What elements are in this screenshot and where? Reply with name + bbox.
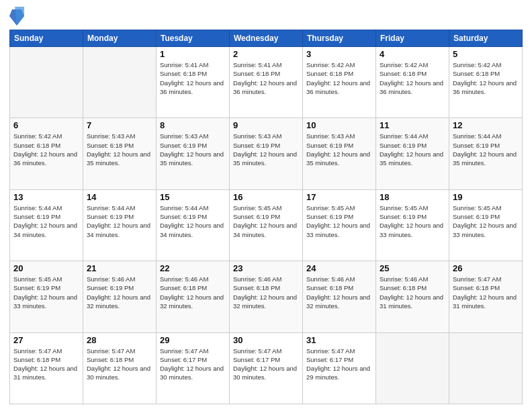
day-info: Sunrise: 5:41 AMSunset: 6:18 PMDaylight:… <box>160 60 226 96</box>
day-number: 14 <box>87 192 152 202</box>
day-info: Sunrise: 5:46 AMSunset: 6:18 PMDaylight:… <box>233 275 299 310</box>
day-info: Sunrise: 5:44 AMSunset: 6:19 PMDaylight:… <box>13 203 79 239</box>
day-cell: 16Sunrise: 5:45 AMSunset: 6:19 PMDayligh… <box>230 189 303 261</box>
day-info: Sunrise: 5:42 AMSunset: 6:18 PMDaylight:… <box>453 60 519 96</box>
logo-icon <box>9 7 24 26</box>
day-info: Sunrise: 5:44 AMSunset: 6:19 PMDaylight:… <box>453 132 519 167</box>
day-cell: 6Sunrise: 5:42 AMSunset: 6:18 PMDaylight… <box>10 118 83 189</box>
day-cell: 4Sunrise: 5:42 AMSunset: 6:18 PMDaylight… <box>376 47 449 118</box>
week-row-3: 13Sunrise: 5:44 AMSunset: 6:19 PMDayligh… <box>10 189 523 261</box>
day-number: 28 <box>87 335 152 345</box>
calendar: SundayMondayTuesdayWednesdayThursdayFrid… <box>9 30 523 404</box>
day-cell: 14Sunrise: 5:44 AMSunset: 6:19 PMDayligh… <box>83 189 157 261</box>
day-number: 20 <box>13 263 79 273</box>
day-number: 4 <box>380 49 445 59</box>
day-info: Sunrise: 5:41 AMSunset: 6:18 PMDaylight:… <box>233 60 299 96</box>
day-cell: 18Sunrise: 5:45 AMSunset: 6:19 PMDayligh… <box>376 189 449 261</box>
day-info: Sunrise: 5:45 AMSunset: 6:19 PMDaylight:… <box>306 203 372 239</box>
day-cell: 20Sunrise: 5:45 AMSunset: 6:19 PMDayligh… <box>10 261 83 332</box>
day-cell: 15Sunrise: 5:44 AMSunset: 6:19 PMDayligh… <box>157 189 230 261</box>
day-info: Sunrise: 5:42 AMSunset: 6:18 PMDaylight:… <box>380 60 445 96</box>
day-info: Sunrise: 5:46 AMSunset: 6:18 PMDaylight:… <box>380 275 445 310</box>
day-info: Sunrise: 5:44 AMSunset: 6:19 PMDaylight:… <box>160 203 226 239</box>
week-row-4: 20Sunrise: 5:45 AMSunset: 6:19 PMDayligh… <box>10 261 523 332</box>
day-cell: 27Sunrise: 5:47 AMSunset: 6:18 PMDayligh… <box>10 332 83 404</box>
day-number: 24 <box>306 263 372 273</box>
day-number: 3 <box>306 49 372 59</box>
day-info: Sunrise: 5:42 AMSunset: 6:18 PMDaylight:… <box>13 132 79 167</box>
day-cell: 7Sunrise: 5:43 AMSunset: 6:18 PMDaylight… <box>83 118 157 189</box>
day-cell <box>449 332 523 404</box>
day-info: Sunrise: 5:43 AMSunset: 6:19 PMDaylight:… <box>233 132 299 167</box>
day-info: Sunrise: 5:45 AMSunset: 6:19 PMDaylight:… <box>380 203 445 239</box>
day-info: Sunrise: 5:42 AMSunset: 6:18 PMDaylight:… <box>306 60 372 96</box>
day-number: 22 <box>160 263 226 273</box>
day-cell: 31Sunrise: 5:47 AMSunset: 6:17 PMDayligh… <box>303 332 376 404</box>
day-number: 1 <box>160 49 226 59</box>
day-cell: 17Sunrise: 5:45 AMSunset: 6:19 PMDayligh… <box>303 189 376 261</box>
day-number: 27 <box>13 335 79 345</box>
day-cell: 2Sunrise: 5:41 AMSunset: 6:18 PMDaylight… <box>230 47 303 118</box>
day-number: 9 <box>233 120 299 130</box>
day-cell: 19Sunrise: 5:45 AMSunset: 6:19 PMDayligh… <box>449 189 523 261</box>
day-cell: 30Sunrise: 5:47 AMSunset: 6:17 PMDayligh… <box>230 332 303 404</box>
day-cell: 28Sunrise: 5:47 AMSunset: 6:18 PMDayligh… <box>83 332 157 404</box>
weekday-monday: Monday <box>83 30 157 47</box>
day-info: Sunrise: 5:47 AMSunset: 6:17 PMDaylight:… <box>233 347 299 382</box>
day-number: 15 <box>160 192 226 202</box>
day-cell <box>376 332 449 404</box>
weekday-tuesday: Tuesday <box>157 30 230 47</box>
day-cell: 25Sunrise: 5:46 AMSunset: 6:18 PMDayligh… <box>376 261 449 332</box>
day-number: 8 <box>160 120 226 130</box>
day-cell <box>10 47 83 118</box>
day-number: 2 <box>233 49 299 59</box>
day-number: 19 <box>453 192 519 202</box>
day-number: 16 <box>233 192 299 202</box>
day-cell: 11Sunrise: 5:44 AMSunset: 6:19 PMDayligh… <box>376 118 449 189</box>
day-info: Sunrise: 5:47 AMSunset: 6:18 PMDaylight:… <box>87 347 152 382</box>
day-info: Sunrise: 5:45 AMSunset: 6:19 PMDaylight:… <box>13 275 79 310</box>
day-number: 10 <box>306 120 372 130</box>
weekday-saturday: Saturday <box>449 30 523 47</box>
day-info: Sunrise: 5:46 AMSunset: 6:18 PMDaylight:… <box>306 275 372 310</box>
day-info: Sunrise: 5:47 AMSunset: 6:18 PMDaylight:… <box>453 275 519 310</box>
day-cell: 1Sunrise: 5:41 AMSunset: 6:18 PMDaylight… <box>157 47 230 118</box>
day-cell: 3Sunrise: 5:42 AMSunset: 6:18 PMDaylight… <box>303 47 376 118</box>
day-number: 21 <box>87 263 152 273</box>
day-cell: 5Sunrise: 5:42 AMSunset: 6:18 PMDaylight… <box>449 47 523 118</box>
day-info: Sunrise: 5:44 AMSunset: 6:19 PMDaylight:… <box>380 132 445 167</box>
day-cell: 8Sunrise: 5:43 AMSunset: 6:19 PMDaylight… <box>157 118 230 189</box>
day-number: 23 <box>233 263 299 273</box>
day-cell: 26Sunrise: 5:47 AMSunset: 6:18 PMDayligh… <box>449 261 523 332</box>
day-number: 25 <box>380 263 445 273</box>
day-number: 18 <box>380 192 445 202</box>
day-cell <box>83 47 157 118</box>
day-number: 29 <box>160 335 226 345</box>
day-cell: 29Sunrise: 5:47 AMSunset: 6:17 PMDayligh… <box>157 332 230 404</box>
day-number: 5 <box>453 49 519 59</box>
day-info: Sunrise: 5:45 AMSunset: 6:19 PMDaylight:… <box>233 203 299 239</box>
week-row-1: 1Sunrise: 5:41 AMSunset: 6:18 PMDaylight… <box>10 47 523 118</box>
day-info: Sunrise: 5:44 AMSunset: 6:19 PMDaylight:… <box>87 203 152 239</box>
day-number: 13 <box>13 192 79 202</box>
week-row-5: 27Sunrise: 5:47 AMSunset: 6:18 PMDayligh… <box>10 332 523 404</box>
day-cell: 23Sunrise: 5:46 AMSunset: 6:18 PMDayligh… <box>230 261 303 332</box>
day-info: Sunrise: 5:46 AMSunset: 6:19 PMDaylight:… <box>87 275 152 310</box>
day-info: Sunrise: 5:43 AMSunset: 6:18 PMDaylight:… <box>87 132 152 167</box>
day-info: Sunrise: 5:47 AMSunset: 6:17 PMDaylight:… <box>306 347 372 382</box>
header <box>9 7 523 26</box>
weekday-header-row: SundayMondayTuesdayWednesdayThursdayFrid… <box>10 30 523 47</box>
day-number: 26 <box>453 263 519 273</box>
day-number: 17 <box>306 192 372 202</box>
day-number: 6 <box>13 120 79 130</box>
day-cell: 9Sunrise: 5:43 AMSunset: 6:19 PMDaylight… <box>230 118 303 189</box>
weekday-friday: Friday <box>376 30 449 47</box>
day-cell: 21Sunrise: 5:46 AMSunset: 6:19 PMDayligh… <box>83 261 157 332</box>
day-info: Sunrise: 5:47 AMSunset: 6:17 PMDaylight:… <box>160 347 226 382</box>
day-number: 7 <box>87 120 152 130</box>
logo <box>9 7 27 26</box>
week-row-2: 6Sunrise: 5:42 AMSunset: 6:18 PMDaylight… <box>10 118 523 189</box>
day-info: Sunrise: 5:45 AMSunset: 6:19 PMDaylight:… <box>453 203 519 239</box>
day-cell: 10Sunrise: 5:43 AMSunset: 6:19 PMDayligh… <box>303 118 376 189</box>
day-number: 11 <box>380 120 445 130</box>
